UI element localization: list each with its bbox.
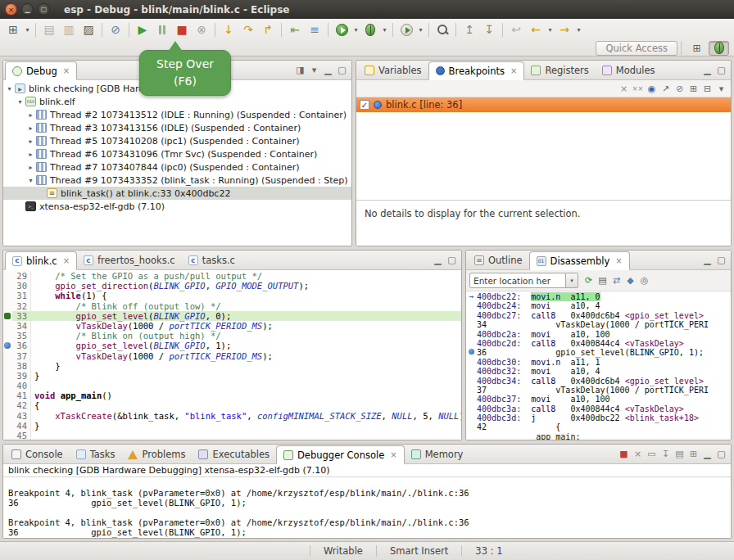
code-line[interactable]: 39} <box>3 371 461 381</box>
disassembly-line[interactable]: 400dbc3d: j 0x400dbc22 <blink_task+18> <box>466 413 731 422</box>
code-line[interactable]: 31 while(1) { <box>3 291 461 300</box>
tab-modules[interactable]: Modules <box>596 61 662 79</box>
disassembly-line[interactable]: →400dbc22: movi.n a11, 0 <box>466 292 731 301</box>
window-minimize-button[interactable]: ▁ <box>21 3 34 16</box>
marker-gutter[interactable] <box>3 351 12 361</box>
resume-icon[interactable]: ▶ <box>134 20 152 38</box>
quick-access-button[interactable]: Quick Access <box>596 41 677 56</box>
forward-icon[interactable]: → <box>555 20 573 38</box>
disassembly-line[interactable]: 42 { <box>466 422 731 431</box>
line-number[interactable]: 40 <box>12 381 31 391</box>
instruction-pointer-icon[interactable] <box>3 311 12 321</box>
debug-dropdown-icon[interactable]: ▾ <box>381 20 388 38</box>
line-number[interactable]: 41 <box>12 391 31 400</box>
disassembly-line[interactable]: 400dbc3a: call8 0x400844c4 <vTaskDelay> <box>466 404 731 413</box>
suspend-icon[interactable] <box>153 20 171 38</box>
clear-icon[interactable]: ▭ <box>645 447 659 461</box>
line-number[interactable]: 37 <box>12 351 31 361</box>
line-number[interactable]: 31 <box>12 291 31 300</box>
marker-gutter[interactable] <box>3 371 12 381</box>
back-dropdown-icon[interactable]: ▾ <box>546 20 554 38</box>
line-number[interactable]: 30 <box>12 281 31 291</box>
disassembly-line[interactable]: 36 gpio_set_level(BLINK_GPIO, 1); <box>466 348 731 357</box>
tab-breakpoints[interactable]: Breakpoints× <box>428 61 525 80</box>
debug-tree-item[interactable]: ▾Thread #9 1073433352 (blink_task : Runn… <box>3 174 351 187</box>
tab-variables[interactable]: Variables <box>358 61 428 79</box>
print-icon[interactable]: ▨ <box>79 20 97 38</box>
line-number[interactable]: 36 <box>12 341 31 350</box>
marker-gutter[interactable] <box>3 271 12 281</box>
breakpoint-checkbox[interactable] <box>360 100 369 110</box>
disassembly-line[interactable]: 34 vTaskDelay(1000 / portTICK_PERI <box>466 320 731 329</box>
tab-blink-c[interactable]: blink.c× <box>5 251 77 270</box>
code-line[interactable]: 30 gpio_set_direction(BLINK_GPIO, GPIO_M… <box>3 281 461 291</box>
code-line[interactable]: 32 /* Blink off (output low) */ <box>3 301 461 311</box>
code-text[interactable]: gpio_set_level(BLINK_GPIO, 0); <box>31 311 461 321</box>
back-icon[interactable]: ← <box>527 20 545 38</box>
display-console-icon[interactable]: ▤ <box>673 447 686 461</box>
disassembly-line[interactable]: 400dbc32: movi a10, 4 <box>466 367 731 376</box>
new-icon[interactable]: ⊞ <box>4 20 22 38</box>
code-text[interactable]: while(1) { <box>31 291 461 300</box>
debug-tree-item[interactable]: ▸Thread #7 1073407844 (ipc0) (Suspended … <box>3 160 351 174</box>
skip-all-icon[interactable]: ⊘ <box>673 82 686 96</box>
expander-icon[interactable]: ▸ <box>26 138 35 145</box>
marker-gutter[interactable] <box>3 321 12 331</box>
code-text[interactable]: void app_main() <box>31 391 461 400</box>
tab-executables[interactable]: Executables <box>192 445 276 463</box>
run-icon[interactable] <box>333 20 351 38</box>
disassembly-content[interactable]: →400dbc22: movi.n a11, 0400dbc24: movi a… <box>466 291 731 440</box>
code-text[interactable]: gpio_set_level(BLINK_GPIO, 1); <box>31 341 461 350</box>
tab-problems[interactable]: Problems <box>121 445 192 463</box>
code-line[interactable]: 38 } <box>3 361 461 371</box>
marker-gutter[interactable] <box>3 411 12 421</box>
code-line[interactable]: 37 vTaskDelay(1000 / portTICK_PERIOD_MS)… <box>3 351 461 361</box>
debug-tree-item[interactable]: ▾blink.elf <box>3 95 351 108</box>
code-line[interactable]: 33 gpio_set_level(BLINK_GPIO, 0); <box>3 311 461 321</box>
external-tools-dropdown-icon[interactable]: ▾ <box>417 20 424 38</box>
tab-tasks[interactable]: Tasks <box>70 445 122 463</box>
maximize-icon[interactable]: ▢ <box>335 63 349 77</box>
debug-tree-item[interactable]: ▸Thread #5 1073410208 (ipc1) (Suspended … <box>3 134 351 147</box>
disassembly-line[interactable]: 400dbc37: movi a10, 100 <box>466 395 731 404</box>
skip-breakpoints-icon[interactable]: ⊘ <box>106 20 125 38</box>
code-line[interactable]: 43 xTaskCreate(&blink_task, "blink_task"… <box>3 411 461 421</box>
step-return-icon[interactable]: ↱ <box>259 20 277 38</box>
marker-gutter[interactable] <box>3 400 12 410</box>
last-edit-icon[interactable]: ↩ <box>507 20 525 38</box>
tab-console[interactable]: Console <box>5 445 70 463</box>
code-text[interactable]: } <box>31 371 461 381</box>
terminate-icon[interactable]: ■ <box>617 447 631 461</box>
location-input[interactable]: Enter location her <box>469 273 566 288</box>
maximize-icon[interactable]: ▢ <box>714 63 728 77</box>
scroll-lock-icon[interactable]: ↧ <box>659 447 673 461</box>
tab-disassembly[interactable]: Disassembly× <box>529 251 630 270</box>
disassembly-line[interactable]: 400dbc34: call8 0x400dc6b4 <gpio_set_lev… <box>466 377 731 386</box>
debug-tree-item[interactable]: blink_task() at blink.c:33 0x400dbc22 <box>3 187 351 200</box>
breakpoint-row[interactable]: blink.c [line: 36] <box>356 97 731 112</box>
terminate-icon[interactable]: ■ <box>173 20 191 38</box>
disassembly-line[interactable]: 37 vTaskDelay(1000 / portTICK_PERI <box>466 386 731 395</box>
line-number[interactable]: 42 <box>12 400 31 410</box>
tab-debug[interactable]: Debug× <box>5 61 77 80</box>
maximize-icon[interactable]: ▢ <box>445 253 459 267</box>
marker-gutter[interactable] <box>3 281 12 291</box>
debug-tree-item[interactable]: ▸Thread #6 1073431096 (Tmr Svc) (Suspend… <box>3 147 351 160</box>
code-text[interactable]: /* Blink off (output low) */ <box>31 301 461 311</box>
line-number[interactable]: 44 <box>12 421 31 431</box>
step-over-icon[interactable]: ↷ <box>239 20 257 38</box>
view-menu-icon[interactable]: ▾ <box>714 82 728 96</box>
line-number[interactable]: 38 <box>12 361 31 371</box>
marker-gutter[interactable] <box>3 421 12 431</box>
flag-icon[interactable]: ◆ <box>623 273 637 287</box>
close-icon[interactable]: × <box>390 450 396 459</box>
code-line[interactable]: 29 /* Set the GPIO as a push/pull output… <box>3 271 461 281</box>
close-icon[interactable]: × <box>615 256 622 265</box>
maximize-icon[interactable]: ▢ <box>714 447 728 461</box>
marker-gutter[interactable] <box>3 391 12 400</box>
disassembly-line[interactable]: 400dbc24: movi a10, 4 <box>466 301 731 310</box>
tab-memory[interactable]: Memory <box>405 445 470 463</box>
drop-to-frame-icon[interactable]: ⇤ <box>286 20 304 38</box>
window-maximize-button[interactable]: ▢ <box>38 3 50 16</box>
instruction-stepping-icon[interactable]: ≡ <box>306 20 324 38</box>
